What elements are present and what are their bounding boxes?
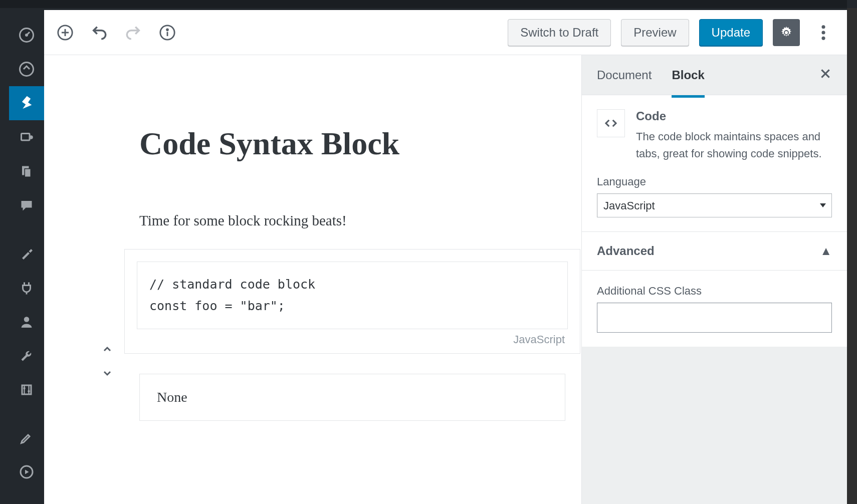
none-block[interactable]: None [139, 374, 565, 421]
svg-rect-3 [22, 134, 30, 141]
code-block[interactable]: // standard code block const foo = "bar"… [124, 249, 580, 354]
redo-icon[interactable] [122, 22, 144, 44]
language-select[interactable]: JavaScript [597, 193, 832, 217]
admin-sidebar [9, 8, 44, 504]
svg-point-2 [20, 63, 34, 76]
css-class-input[interactable] [597, 303, 832, 333]
block-mover [101, 343, 113, 381]
tab-document[interactable]: Document [597, 55, 652, 95]
add-block-icon[interactable] [54, 22, 76, 44]
play-icon[interactable] [9, 455, 44, 489]
editor-canvas[interactable]: Code Syntax Block Time for some block ro… [44, 55, 581, 504]
move-down-icon[interactable] [101, 367, 113, 381]
block-type-title: Code [636, 109, 832, 123]
tab-block[interactable]: Block [672, 55, 704, 98]
media-icon[interactable] [9, 120, 44, 154]
language-label: Language [597, 175, 832, 188]
chrome-top-strip [0, 0, 847, 8]
move-up-icon[interactable] [101, 343, 113, 357]
block-type-description: The code block maintains spaces and tabs… [636, 128, 832, 162]
svg-point-23 [821, 36, 825, 40]
switch-to-draft-button[interactable]: Switch to Draft [508, 19, 611, 46]
svg-point-21 [821, 25, 825, 29]
advanced-label: Advanced [597, 244, 655, 258]
settings-icon[interactable] [9, 373, 44, 407]
appearance-icon[interactable] [9, 236, 44, 271]
code-lang-label: JavaScript [513, 333, 565, 346]
sidebar-empty-area [582, 347, 847, 504]
undo-icon[interactable] [88, 22, 110, 44]
post-title[interactable]: Code Syntax Block [139, 125, 581, 162]
update-button[interactable]: Update [699, 19, 763, 46]
editor-header: Switch to Draft Preview Update [44, 10, 847, 55]
gutenberg-icon[interactable] [9, 52, 44, 86]
svg-point-13 [28, 390, 30, 393]
svg-point-12 [23, 387, 26, 390]
pages-icon[interactable] [9, 154, 44, 188]
editor-frame: Switch to Draft Preview Update Code Synt… [44, 10, 847, 504]
posts-icon[interactable] [9, 86, 44, 120]
post-paragraph[interactable]: Time for some block rocking beats! [139, 212, 581, 229]
svg-point-19 [167, 29, 168, 30]
chevron-up-icon: ▲ [820, 244, 832, 258]
settings-gear-button[interactable] [773, 19, 800, 46]
svg-point-8 [24, 317, 30, 322]
users-icon[interactable] [9, 305, 44, 339]
css-class-label: Additional CSS Class [597, 285, 832, 298]
settings-sidebar: Document Block Code The code block maint… [581, 55, 847, 504]
svg-rect-9 [22, 385, 31, 394]
edit-icon[interactable] [9, 421, 44, 455]
close-sidebar-icon[interactable] [819, 67, 832, 84]
info-icon[interactable] [156, 22, 178, 44]
svg-point-1 [25, 34, 28, 37]
svg-point-4 [29, 135, 33, 139]
block-info-section: Code The code block maintains spaces and… [582, 95, 847, 232]
right-scrollbar[interactable] [847, 8, 857, 504]
advanced-panel-toggle[interactable]: Advanced ▲ [582, 232, 847, 271]
svg-point-22 [821, 31, 825, 34]
preview-button[interactable]: Preview [621, 19, 689, 46]
svg-rect-7 [25, 169, 31, 177]
code-textarea[interactable]: // standard code block const foo = "bar"… [137, 262, 568, 329]
code-block-icon [597, 109, 625, 137]
plugins-icon[interactable] [9, 271, 44, 305]
comments-icon[interactable] [9, 188, 44, 222]
dashboard-icon[interactable] [9, 18, 44, 52]
tools-icon[interactable] [9, 339, 44, 373]
advanced-panel-body: Additional CSS Class [582, 271, 847, 347]
more-options-icon[interactable] [810, 19, 837, 46]
sidebar-tabs: Document Block [582, 55, 847, 95]
